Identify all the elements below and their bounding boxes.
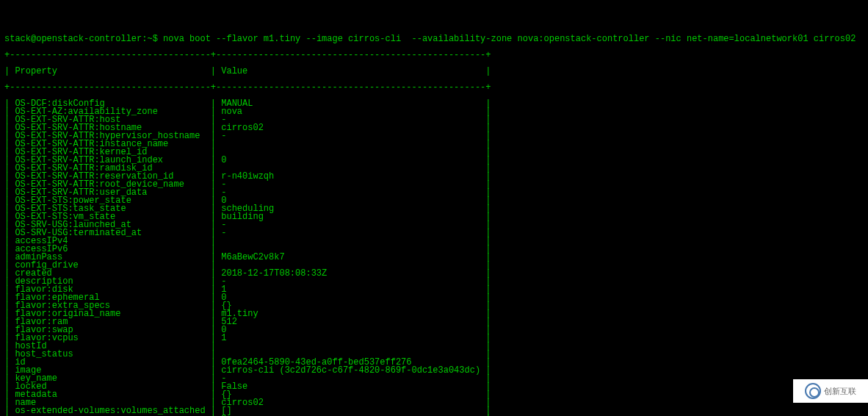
- shell-prompt: stack@openstack-controller:~$: [4, 34, 163, 44]
- table-header-row: | Property | Value |: [4, 68, 864, 76]
- table-border-top: +--------------------------------------+…: [4, 51, 864, 60]
- shell-command: nova boot --flavor m1.tiny --image cirro…: [163, 34, 856, 44]
- logo-text: 创新互联: [824, 387, 856, 395]
- table-body: | OS-DCF:diskConfig | MANUAL || OS-EXT-A…: [4, 100, 864, 416]
- watermark-logo: 创新互联: [793, 379, 868, 403]
- col-property-header: Property: [15, 66, 57, 76]
- logo-icon: [805, 383, 821, 399]
- table-border-header: +--------------------------------------+…: [4, 84, 864, 92]
- terminal-prompt-line[interactable]: stack@openstack-controller:~$ nova boot …: [4, 35, 864, 43]
- col-value-header: Value: [221, 66, 247, 76]
